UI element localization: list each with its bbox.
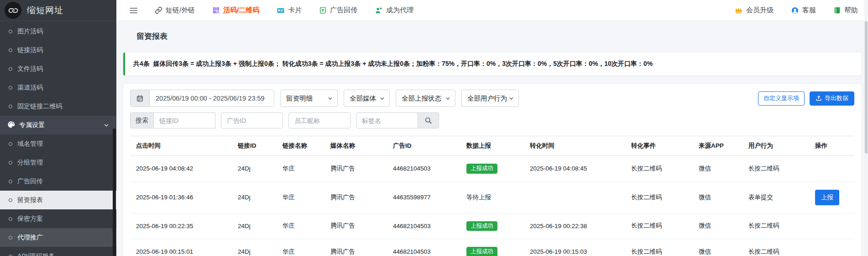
circle-icon <box>9 105 12 108</box>
date-range-group <box>130 90 274 107</box>
sidebar-item-image-qr[interactable]: 图片活码 <box>0 22 116 41</box>
page-content: 留资报表 共4条 媒体回传3条 = 成功上报3条 + 强制上报0条； 转化成功3… <box>116 21 868 256</box>
export-data-button[interactable]: 导出数据 <box>810 91 854 106</box>
sidebar-item-channel-qr[interactable]: 渠道活码 <box>0 78 116 97</box>
nav-item-customer-service[interactable]: 客服 <box>791 6 816 15</box>
status-badge: 上报成功 <box>466 247 497 256</box>
brand-title: 缩短网址 <box>27 5 63 16</box>
circle-icon <box>9 180 12 183</box>
nav-item-qr-code[interactable]: 活码/二维码 <box>212 6 259 15</box>
report-button[interactable]: 上报 <box>815 190 839 205</box>
circle-icon <box>9 86 12 90</box>
search-icon <box>424 117 432 124</box>
sidebar-item-label: 固定链接二维码 <box>17 102 62 111</box>
user-action-select[interactable]: 全部用户行为 <box>461 90 519 107</box>
sidebar-item-label: 文件活码 <box>17 65 43 73</box>
top-navbar: 短链/外链 活码/二维码 卡片 广告回传 成为代理 <box>116 0 868 21</box>
media-select[interactable]: 全部媒体 <box>344 90 390 107</box>
filter-row: 留资明细 全部媒体 全部上报状态 全部用户行为 <box>130 90 854 107</box>
chevron-down-icon <box>104 122 109 129</box>
chevron-down-icon <box>445 96 450 101</box>
date-range-input[interactable] <box>150 90 274 107</box>
upload-icon <box>816 95 822 101</box>
status-text: 等待上报 <box>466 194 491 201</box>
sidebar-item-api-source[interactable]: API/源码服务 <box>0 247 116 256</box>
summary-bar: 共4条 媒体回传3条 = 成功上报3条 + 强制上报0条； 转化成功3条 = 成… <box>123 53 861 75</box>
customize-columns-button[interactable]: 自定义显示项 <box>758 91 805 106</box>
qr-code-icon <box>212 6 220 14</box>
sidebar-item-exclusive-settings[interactable]: 专属设置 <box>0 116 116 134</box>
filter-actions: 自定义显示项 导出数据 <box>758 91 854 106</box>
col-convert-event: 转化事件 <box>625 136 693 156</box>
sidebar-item-lead-report[interactable]: 留资报表 <box>0 191 116 209</box>
search-button[interactable] <box>418 112 439 128</box>
page-title: 留资报表 <box>136 31 861 42</box>
ad-id-input[interactable] <box>221 112 283 128</box>
circle-icon <box>9 236 12 240</box>
nav-item-member-upgrade[interactable]: 会员升级 <box>734 6 774 15</box>
sidebar-item-fixed-link-qr[interactable]: 固定链接二维码 <box>0 97 116 116</box>
sidebar-item-agent-promotion[interactable]: 代理推广 <box>0 228 116 247</box>
sidebar-item-label: 广告回传 <box>17 177 43 186</box>
link-id-input[interactable] <box>153 112 215 128</box>
circle-icon <box>9 48 12 52</box>
nav-item-ad-callback[interactable]: 广告回传 <box>319 6 357 15</box>
sidebar-item-ad-callback[interactable]: 广告回传 <box>0 172 116 191</box>
page-scrollbar[interactable] <box>864 0 868 256</box>
link-icon <box>155 6 162 14</box>
sidebar-item-file-qr[interactable]: 文件活码 <box>0 59 116 78</box>
col-data-report: 数据上报 <box>460 136 524 156</box>
report-type-select[interactable]: 留资明细 <box>280 90 338 107</box>
search-label: 搜索 <box>130 112 153 128</box>
circle-icon <box>9 217 12 221</box>
col-source-app: 来源APP <box>693 136 743 156</box>
brand-link-icon <box>5 2 21 19</box>
search-group-link-id: 搜索 <box>130 112 215 128</box>
nav-item-become-agent[interactable]: 成为代理 <box>375 6 413 15</box>
tag-name-input[interactable] <box>356 112 418 128</box>
page-scrollbar-thumb[interactable] <box>865 21 868 154</box>
sidebar-item-label: 图片活码 <box>17 27 43 36</box>
lead-report-table: 点击时间 链接ID 链接名称 媒体名称 广告ID 数据上报 转化时间 转化事件 … <box>130 136 854 256</box>
sidebar-item-label: 留资报表 <box>17 196 43 204</box>
nav-right: 会员升级 客服 帮助 <box>734 6 858 15</box>
report-status-select[interactable]: 全部上报状态 <box>396 90 455 107</box>
sidebar-item-label: 专属设置 <box>19 121 45 129</box>
headset-icon <box>791 6 799 15</box>
sidebar-menu: 图片活码 链接活码 文件活码 渠道活码 固定链接二维码 专属设置 域名管理 分组… <box>0 21 116 256</box>
nav-item-help[interactable]: 帮助 <box>833 6 858 15</box>
chevron-down-icon <box>380 96 385 101</box>
sidebar-item-group-management[interactable]: 分组管理 <box>0 153 116 172</box>
nav-item-card[interactable]: 卡片 <box>277 6 302 15</box>
summary-count: 共4条 <box>133 60 150 67</box>
table-row: 2025-06-19 00:15:01 24Dj 华庄 腾讯广告 4468210… <box>130 239 854 256</box>
brand[interactable]: 缩短网址 <box>0 0 116 21</box>
sidebar-scrollbar[interactable] <box>113 128 116 256</box>
sidebar-item-label: 分组管理 <box>17 159 43 167</box>
sidebar-item-label: API/源码服务 <box>17 252 55 256</box>
status-badge: 上报成功 <box>466 221 497 231</box>
agent-person-icon <box>375 6 383 15</box>
summary-detail: 媒体回传3条 = 成功上报3条 + 强制上报0条； 转化成功3条 = 成功上报3… <box>153 60 653 67</box>
sidebar-item-link-qr[interactable]: 链接活码 <box>0 41 116 59</box>
nav-item-short-link[interactable]: 短链/外链 <box>155 6 195 15</box>
calendar-icon <box>136 95 144 102</box>
staff-nickname-input[interactable] <box>288 112 350 128</box>
circle-icon <box>9 142 12 146</box>
table-row: 2025-06-19 01:36:46 24Dj 华庄 腾讯广告 4463559… <box>130 181 854 213</box>
circle-icon <box>9 30 12 33</box>
table-header-row: 点击时间 链接ID 链接名称 媒体名称 广告ID 数据上报 转化时间 转化事件 … <box>130 136 854 156</box>
hamburger-menu-icon[interactable] <box>129 6 138 15</box>
sidebar-item-privacy-plan[interactable]: 保密方案 <box>0 209 116 228</box>
sidebar-item-label: 渠道活码 <box>17 84 43 92</box>
chevron-down-icon <box>509 96 514 101</box>
search-row: 搜索 <box>130 112 854 128</box>
col-ad-id: 广告ID <box>387 136 460 156</box>
sidebar-item-domain-management[interactable]: 域名管理 <box>0 134 116 153</box>
sidebar-item-label: 链接活码 <box>17 46 43 54</box>
chevron-down-icon <box>328 96 333 101</box>
palette-icon <box>7 120 16 130</box>
calendar-button[interactable] <box>131 90 150 107</box>
table-row: 2025-06-19 00:22:35 24Dj 华庄 腾讯广告 4468210… <box>130 213 854 239</box>
sidebar-item-label: 代理推广 <box>17 234 43 242</box>
